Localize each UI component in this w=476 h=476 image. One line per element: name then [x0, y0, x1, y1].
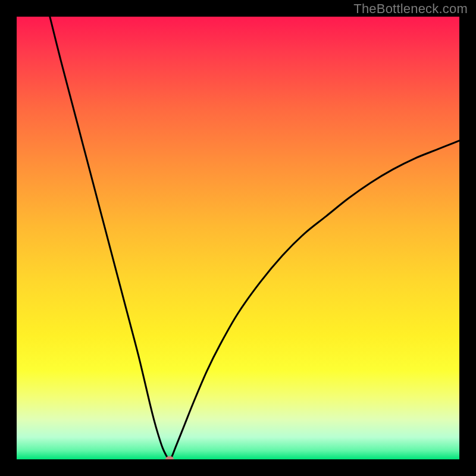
plot-area [17, 17, 459, 459]
bottleneck-curve [17, 17, 459, 459]
chart-frame: TheBottleneck.com [0, 0, 476, 476]
optimal-point-marker [165, 456, 174, 460]
watermark-text: TheBottleneck.com [353, 1, 468, 17]
